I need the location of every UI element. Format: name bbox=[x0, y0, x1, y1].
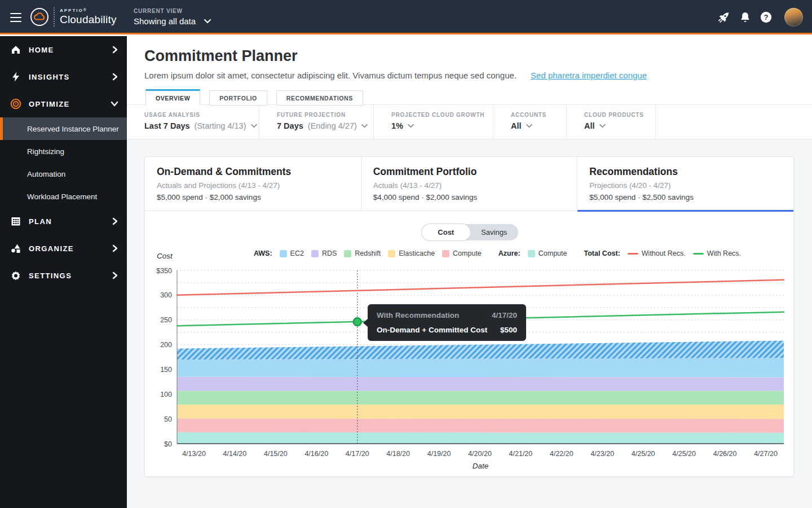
legend-item-ec2: EC2 bbox=[280, 249, 304, 257]
user-avatar[interactable] bbox=[784, 8, 803, 27]
sidebar-subitem-rightsizing[interactable]: Rightsizing bbox=[0, 140, 127, 163]
legend-item-aws-compute: Compute bbox=[442, 249, 482, 257]
chevron-down-icon bbox=[111, 100, 118, 107]
chevron-down-icon bbox=[408, 124, 414, 128]
subitem-label: Automation bbox=[27, 170, 65, 178]
x-tick-label: 4/14/20 bbox=[223, 450, 247, 458]
filter-value: 1% bbox=[391, 121, 403, 130]
y-tick-label: 200 bbox=[160, 341, 172, 349]
chart-tooltip: With Recommendation 4/17/20 On-Demand + … bbox=[368, 304, 526, 341]
chevron-right-icon bbox=[112, 217, 118, 225]
ec2-swatch bbox=[280, 250, 287, 257]
toggle-option-cost[interactable]: Cost bbox=[422, 224, 470, 240]
filter-value: Last 7 Days bbox=[144, 121, 190, 130]
chevron-down-icon bbox=[251, 124, 257, 128]
chart-area: $35030025020015010050$04/13/204/14/204/1… bbox=[145, 211, 793, 476]
legend-group-aws: AWS: bbox=[254, 249, 272, 257]
x-tick-label: 4/13/20 bbox=[182, 450, 206, 458]
shapes-icon bbox=[10, 243, 21, 254]
current-view-value: Showing all data bbox=[134, 16, 196, 26]
help-icon[interactable]: ? bbox=[760, 11, 772, 23]
area-aws-elasticache bbox=[177, 405, 784, 419]
tooltip-series-name: With Recommendation bbox=[377, 311, 459, 319]
filter-future-projection[interactable]: FUTURE PROJECTION 7 Days(Ending 4/27) bbox=[259, 105, 374, 139]
summary-title: Recommendations bbox=[589, 166, 793, 178]
y-axis-title: Cost bbox=[157, 252, 173, 260]
summary-recommendations[interactable]: Recommendations Projections (4/20 - 4/27… bbox=[577, 157, 793, 211]
filter-label: CLOUD PRODUCTS bbox=[584, 112, 655, 118]
area-azure-compute bbox=[177, 432, 784, 444]
summary-subtitle: Actuals and Projections (4/13 - 4/27) bbox=[157, 181, 361, 190]
sidebar-item-settings[interactable]: SETTINGS bbox=[0, 262, 127, 289]
filter-label: FUTURE PROJECTION bbox=[277, 112, 373, 118]
sidebar-item-home[interactable]: HOME bbox=[0, 36, 127, 63]
without-recs-line-swatch bbox=[628, 253, 638, 255]
tab-recommendations[interactable]: RECOMMENDATIONS bbox=[276, 90, 363, 106]
sidebar-item-plan[interactable]: PLAN bbox=[0, 208, 127, 235]
chevron-right-icon bbox=[112, 46, 118, 54]
subitem-label: Workload Placement bbox=[27, 192, 97, 201]
summary-title: Commitment Portfolio bbox=[373, 166, 577, 178]
filter-label: USAGE ANALYSIS bbox=[144, 112, 259, 118]
marker-dot[interactable] bbox=[354, 318, 361, 326]
menu-icon[interactable] bbox=[10, 13, 21, 22]
brand-registered-mark: ® bbox=[83, 8, 87, 12]
toggle-option-savings[interactable]: Savings bbox=[470, 224, 519, 240]
sidebar-item-insights[interactable]: INSIGHTS bbox=[0, 63, 127, 90]
tab-bar: OVERVIEW PORTFOLIO RECOMMENDATIONS bbox=[145, 89, 363, 106]
app-window: APPTIO® Cloudability CURRENT VIEW Showin… bbox=[0, 0, 812, 508]
doc-link[interactable]: Sed pharetra imperdiet congue bbox=[531, 71, 647, 80]
legend-item-rds: RDS bbox=[311, 249, 337, 257]
filter-accounts[interactable]: ACCOUNTS All bbox=[493, 105, 567, 139]
tab-portfolio[interactable]: PORTFOLIO bbox=[209, 90, 267, 106]
tab-overview[interactable]: OVERVIEW bbox=[145, 89, 200, 106]
filter-projected-cloud-growth[interactable]: PROJECTED CLOUD GROWTH 1% bbox=[374, 105, 493, 139]
sidebar-label-organize: ORGANIZE bbox=[29, 244, 74, 253]
tooltip-date: 4/17/20 bbox=[492, 311, 517, 319]
filter-usage-analysis[interactable]: USAGE ANALYSIS Last 7 Days(Starting 4/13… bbox=[127, 105, 259, 139]
apptio-cloud-icon bbox=[30, 7, 49, 27]
optimize-submenu: Reserved Instance Planner Rightsizing Au… bbox=[0, 117, 127, 208]
current-view-dropdown[interactable]: CURRENT VIEW Showing all data bbox=[134, 8, 211, 26]
elasticache-swatch bbox=[388, 250, 395, 257]
chart-legend: AWS: EC2 RDS Redshift Elasticache Comput… bbox=[224, 249, 771, 257]
cloudability-logo: APPTIO® Cloudability bbox=[30, 7, 117, 27]
summary-commitment-portfolio[interactable]: Commitment Portfolio Actuals (4/13 - 4/2… bbox=[361, 157, 578, 211]
sidebar-subitem-reserved-instance-planner[interactable]: Reserved Instance Planner bbox=[0, 117, 127, 140]
filter-value: 7 Days bbox=[277, 121, 303, 130]
x-tick-label: 4/16/20 bbox=[304, 450, 328, 458]
planner-card: On-Demand & Commitments Actuals and Proj… bbox=[144, 156, 794, 477]
rocket-icon[interactable] bbox=[717, 11, 730, 24]
tooltip-metric-value: $500 bbox=[500, 326, 517, 334]
y-tick-label: 150 bbox=[160, 366, 172, 374]
chevron-down-icon bbox=[361, 124, 368, 128]
sidebar-item-organize[interactable]: ORGANIZE bbox=[0, 235, 127, 262]
legend-item-elasticache: Elasticache bbox=[388, 249, 435, 257]
redshift-swatch bbox=[344, 250, 351, 257]
sidebar-label-plan: PLAN bbox=[29, 217, 52, 226]
sidebar-subitem-workload-placement[interactable]: Workload Placement bbox=[0, 185, 127, 208]
x-tick-label: 4/21/20 bbox=[509, 450, 533, 458]
with-recs-line-swatch bbox=[693, 253, 704, 255]
summary-on-demand-commitments[interactable]: On-Demand & Commitments Actuals and Proj… bbox=[145, 157, 361, 211]
filter-cloud-products[interactable]: CLOUD PRODUCTS All bbox=[567, 105, 656, 139]
chevron-right-icon bbox=[112, 73, 118, 81]
brand-apptio: APPTIO bbox=[60, 8, 83, 13]
filter-suffix: (Ending 4/27) bbox=[308, 121, 357, 130]
x-tick-label: 4/18/20 bbox=[386, 450, 410, 458]
area-aws-redshift bbox=[177, 391, 784, 405]
sidebar-subitem-automation[interactable]: Automation bbox=[0, 163, 127, 185]
area-aws-ec2-projected-hatched- bbox=[177, 341, 784, 360]
y-tick-label: $350 bbox=[156, 267, 172, 275]
notifications-bell-icon[interactable] bbox=[739, 11, 751, 24]
subitem-label: Reserved Instance Planner bbox=[27, 125, 119, 133]
tooltip-arrow bbox=[363, 319, 368, 327]
sidebar-item-optimize[interactable]: OPTIMIZE bbox=[0, 90, 127, 117]
x-tick-label: 4/25/20 bbox=[672, 450, 696, 458]
x-tick-label: 4/26/20 bbox=[713, 450, 737, 458]
x-tick-label: 4/20/20 bbox=[468, 450, 492, 458]
home-icon bbox=[10, 44, 21, 55]
filter-suffix: (Starting 4/13) bbox=[195, 121, 246, 130]
topbar: APPTIO® Cloudability CURRENT VIEW Showin… bbox=[0, 0, 812, 34]
lightning-icon bbox=[10, 71, 21, 82]
